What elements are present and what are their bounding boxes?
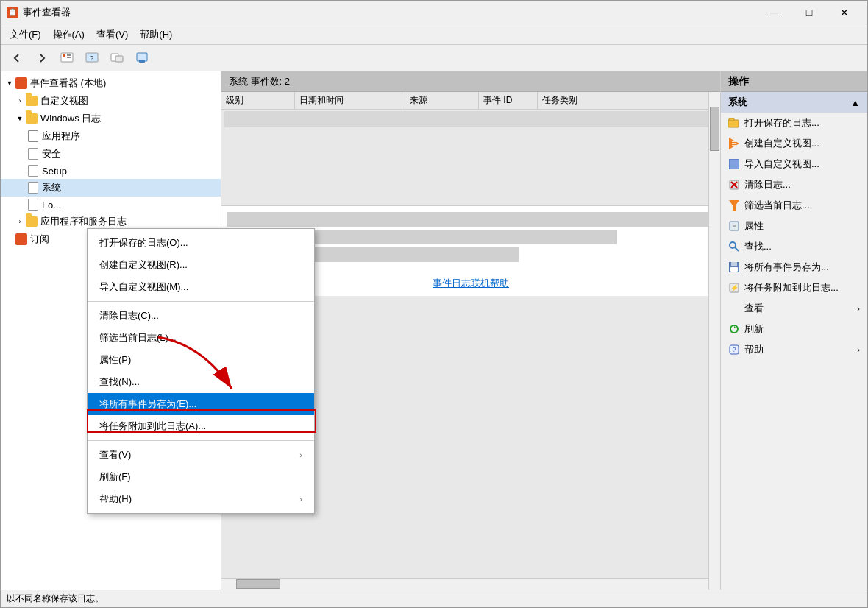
filter-icon	[728, 199, 740, 211]
back-button[interactable]	[5, 48, 29, 68]
ctx-find[interactable]: 查找(N)...	[88, 371, 314, 393]
toolbar-btn3[interactable]	[105, 48, 129, 68]
tree-setup[interactable]: Setup	[1, 163, 221, 179]
table-row-2[interactable]	[224, 129, 717, 145]
find-icon	[728, 241, 740, 252]
action-view[interactable]: 查看 ›	[721, 298, 867, 319]
menu-view[interactable]: 查看(V)	[90, 25, 134, 44]
tree-security[interactable]: 安全	[1, 145, 221, 163]
forward-button[interactable]	[30, 48, 54, 68]
props-icon: ≡	[728, 220, 740, 232]
help-icon: ?	[728, 344, 740, 356]
table-row-1[interactable]	[224, 111, 717, 127]
col-eventid: 事件 ID	[479, 92, 538, 109]
ctx-view-arrow: ›	[299, 450, 302, 459]
windows-logs-expand[interactable]: ▼	[15, 114, 24, 123]
ctx-create-view[interactable]: 创建自定义视图(R)...	[88, 254, 314, 276]
tree-forwarded-label: Fo...	[42, 199, 61, 211]
ctx-view-label: 查看(V)	[99, 448, 131, 462]
content-header-text: 系统 事件数: 2	[229, 75, 290, 88]
ctx-save-all[interactable]: 将所有事件另存为(E)...	[88, 393, 314, 415]
ctx-view[interactable]: 查看(V) ›	[88, 444, 314, 466]
ctx-refresh[interactable]: 刷新(F)	[88, 466, 314, 488]
toolbar-btn1[interactable]	[55, 48, 79, 68]
windows-logs-icon	[26, 113, 38, 124]
col-level: 级别	[221, 92, 295, 109]
view-icon	[728, 303, 740, 314]
toolbar-btn4[interactable]	[130, 48, 154, 68]
ctx-filter-label: 筛选当前日志(L)...	[99, 331, 177, 344]
security-icon	[27, 148, 39, 160]
subscriptions-icon	[15, 233, 27, 245]
svg-text:?: ?	[90, 54, 93, 62]
col-source: 来源	[405, 92, 479, 109]
ctx-divider-1	[88, 301, 314, 302]
tree-system[interactable]: 系统	[1, 179, 221, 197]
svg-rect-26	[731, 262, 737, 266]
col-datetime: 日期和时间	[295, 92, 405, 109]
action-help[interactable]: ? 帮助 ›	[721, 339, 867, 360]
ctx-clear-log[interactable]: 清除日志(C)...	[88, 305, 314, 327]
menu-action[interactable]: 操作(A)	[47, 25, 90, 44]
action-open-saved[interactable]: 打开保存的日志...	[721, 113, 867, 133]
system-icon	[27, 182, 39, 194]
action-refresh-label: 刷新	[744, 322, 764, 336]
ctx-attach-task[interactable]: 将任务附加到此日志(A)...	[88, 415, 314, 437]
action-filter[interactable]: 筛选当前日志...	[721, 195, 867, 216]
ctx-help[interactable]: 帮助(H) ›	[88, 488, 314, 510]
ctx-import-view[interactable]: 导入自定义视图(M)...	[88, 276, 314, 298]
horiz-scroll-thumb[interactable]	[236, 579, 280, 589]
horiz-scroll[interactable]	[221, 578, 708, 590]
tree-app[interactable]: 应用程序	[1, 127, 221, 145]
app-logs-expand[interactable]: ›	[15, 217, 24, 226]
action-save-all[interactable]: 将所有事件另存为...	[721, 257, 867, 278]
ctx-props[interactable]: 属性(P)	[88, 349, 314, 371]
action-create-view[interactable]: 创建自定义视图...	[721, 133, 867, 154]
action-create-view-label: 创建自定义视图...	[744, 137, 819, 150]
help-link[interactable]: 事件日志联机帮助	[433, 278, 509, 289]
ctx-open-saved[interactable]: 打开保存的日志(O)...	[88, 232, 314, 254]
ctx-filter[interactable]: 筛选当前日志(L)...	[88, 327, 314, 349]
ctx-create-view-label: 创建自定义视图(R)...	[99, 258, 188, 272]
svg-marker-20	[729, 200, 739, 211]
menu-file[interactable]: 文件(F)	[4, 25, 47, 44]
action-attach-task[interactable]: ⚡ 将任务附加到此日志...	[721, 278, 867, 298]
tree-custom-views[interactable]: › 自定义视图	[1, 92, 221, 110]
minimize-button[interactable]: ─	[757, 1, 791, 24]
action-find[interactable]: 查找...	[721, 236, 867, 257]
custom-views-expand[interactable]: ›	[15, 96, 24, 105]
action-view-label: 查看	[744, 302, 764, 315]
ctx-save-all-label: 将所有事件另存为(E)...	[99, 397, 196, 411]
tree-root-label: 事件查看器 (本地)	[30, 77, 106, 90]
col-category: 任务类别	[538, 92, 720, 109]
tree-system-label: 系统	[42, 181, 61, 194]
toolbar-btn2[interactable]: ?	[80, 48, 104, 68]
close-button[interactable]: ✕	[828, 1, 861, 24]
action-import-view[interactable]: 导入自定义视图...	[721, 154, 867, 174]
vert-scroll-thumb[interactable]	[710, 107, 719, 151]
tree-root[interactable]: ▼ 事件查看器 (本地)	[1, 74, 221, 92]
action-refresh[interactable]: 刷新	[721, 319, 867, 339]
import-view-icon	[728, 158, 740, 170]
action-props[interactable]: ≡ 属性	[721, 216, 867, 236]
action-clear-log[interactable]: 清除日志...	[721, 174, 867, 195]
ctx-props-label: 属性(P)	[99, 353, 131, 367]
tree-app-label: 应用程序	[42, 130, 80, 143]
svg-rect-9	[139, 60, 145, 63]
svg-rect-11	[729, 118, 734, 121]
tree-windows-logs[interactable]: ▼ Windows 日志	[1, 110, 221, 127]
tree-forwarded[interactable]: Fo...	[1, 197, 221, 213]
actions-title: 操作	[721, 71, 867, 92]
menu-help[interactable]: 帮助(H)	[134, 25, 178, 44]
ctx-attach-task-label: 将任务附加到此日志(A)...	[99, 420, 206, 433]
maximize-button[interactable]: □	[792, 1, 826, 24]
setup-icon	[27, 165, 39, 177]
save-all-icon	[728, 261, 740, 273]
root-expand[interactable]: ▼	[5, 79, 14, 88]
vert-scroll[interactable]	[708, 92, 720, 590]
svg-rect-27	[730, 267, 738, 272]
action-open-saved-label: 打开保存的日志...	[744, 116, 819, 130]
ctx-divider-2	[88, 440, 314, 441]
svg-rect-1	[63, 54, 65, 57]
open-saved-icon	[728, 117, 740, 129]
